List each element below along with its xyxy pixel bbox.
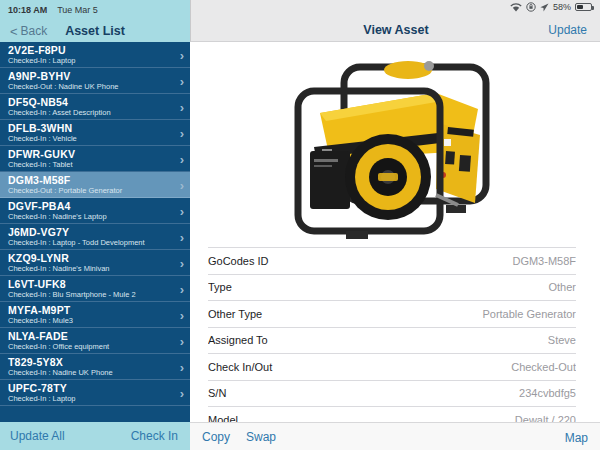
list-item[interactable]: DFLB-3WHN Checked-In : Vehicle ›	[0, 120, 190, 146]
chevron-right-icon: ›	[180, 281, 184, 296]
item-code: DGM3-M58F	[8, 175, 172, 186]
field-row-serial-number[interactable]: S/N 234cvbdfg5	[208, 381, 576, 408]
item-status: Checked-In : Nadine UK Phone	[8, 368, 172, 377]
field-row-assigned-to[interactable]: Assigned To Steve	[208, 328, 576, 355]
item-code: T829-5Y8X	[8, 357, 172, 368]
field-label: Other Type	[208, 308, 262, 320]
update-all-button[interactable]: Update All	[10, 429, 65, 443]
field-row-gocodes-id[interactable]: GoCodes ID DGM3-M58F	[208, 248, 576, 275]
location-arrow-icon	[540, 3, 549, 12]
item-code: NLYA-FADE	[8, 331, 172, 342]
right-nav-bar: View Asset Update	[191, 18, 600, 42]
item-status: Checked-In : Office equipment	[8, 342, 172, 351]
item-status: Checked-In : Laptop - Todd Development	[8, 238, 172, 247]
list-item[interactable]: DFWR-GUKV Checked-In : Tablet ›	[0, 146, 190, 172]
item-status: Checked-In : Asset Description	[8, 108, 172, 117]
right-toolbar: Copy Swap Map	[190, 422, 600, 450]
item-code: J6MD-VG7Y	[8, 227, 172, 238]
generator-illustration	[286, 55, 504, 245]
item-code: DFWR-GUKV	[8, 149, 172, 160]
item-status: Checked-In : Nadine's Laptop	[8, 212, 172, 221]
chevron-right-icon: ›	[180, 203, 184, 218]
list-item[interactable]: NLYA-FADE Checked-In : Office equipment …	[0, 328, 190, 354]
list-item[interactable]: DGVF-PBA4 Checked-In : Nadine's Laptop ›	[0, 198, 190, 224]
list-item[interactable]: L6VT-UFK8 Checked-In : Blu Smartphone - …	[0, 276, 190, 302]
field-value: 234cvbdfg5	[519, 387, 576, 399]
item-status: Checked-Out : Portable Generator	[8, 186, 172, 195]
field-label: Check In/Out	[208, 361, 272, 373]
battery-icon	[575, 3, 592, 11]
back-button[interactable]: < Back	[10, 24, 47, 38]
item-code: 2V2E-F8PU	[8, 45, 172, 56]
field-row-check-in-out[interactable]: Check In/Out Checked-Out	[208, 354, 576, 381]
right-header: 58% View Asset Update	[190, 0, 600, 42]
item-status: Checked-In : Laptop	[8, 56, 172, 65]
status-bar-right: 58%	[510, 2, 592, 12]
chevron-right-icon: ›	[180, 307, 184, 322]
chevron-right-icon: ›	[180, 125, 184, 140]
asset-list: 2V2E-F8PU Checked-In : Laptop › A9NP-BYH…	[0, 42, 190, 422]
list-item[interactable]: A9NP-BYHV Checked-Out : Nadine UK Phone …	[0, 68, 190, 94]
item-code: A9NP-BYHV	[8, 71, 172, 82]
field-row-type[interactable]: Type Other	[208, 275, 576, 302]
field-label: Assigned To	[208, 334, 268, 346]
chevron-right-icon: ›	[180, 73, 184, 88]
item-code: KZQ9-LYNR	[8, 253, 172, 264]
view-asset-panel: 58% View Asset Update	[190, 0, 600, 450]
orientation-lock-icon	[526, 2, 536, 12]
field-label: GoCodes ID	[208, 255, 269, 267]
chevron-right-icon: ›	[180, 177, 184, 192]
chevron-right-icon: ›	[180, 99, 184, 114]
item-status: Checked-Out : Nadine UK Phone	[8, 82, 172, 91]
map-button[interactable]: Map	[565, 431, 588, 445]
back-button-label: Back	[21, 24, 48, 38]
wifi-icon	[510, 3, 522, 12]
copy-button[interactable]: Copy	[202, 430, 230, 444]
update-button[interactable]: Update	[548, 23, 587, 37]
left-nav-bar: < Back Asset List	[0, 20, 190, 42]
field-value: Checked-Out	[511, 361, 576, 373]
back-chevron-icon: <	[10, 25, 18, 38]
chevron-right-icon: ›	[180, 255, 184, 270]
asset-list-panel: 10:18 AM Tue Mar 5 < Back Asset List 2V2…	[0, 0, 190, 450]
view-asset-title: View Asset	[191, 23, 600, 37]
check-in-button[interactable]: Check In	[131, 429, 178, 443]
field-row-other-type[interactable]: Other Type Portable Generator	[208, 301, 576, 328]
item-status: Checked-In : Nadine's Minivan	[8, 264, 172, 273]
list-item[interactable]: 2V2E-F8PU Checked-In : Laptop ›	[0, 42, 190, 68]
left-toolbar: Update All Check In	[0, 422, 190, 450]
chevron-right-icon: ›	[180, 385, 184, 400]
app-screen: 10:18 AM Tue Mar 5 < Back Asset List 2V2…	[0, 0, 600, 450]
item-code: MYFA-M9PT	[8, 305, 172, 316]
item-code: L6VT-UFK8	[8, 279, 172, 290]
field-label: S/N	[208, 387, 226, 399]
chevron-right-icon: ›	[180, 47, 184, 62]
item-status: Checked-In : Vehicle	[8, 134, 172, 143]
list-item[interactable]: KZQ9-LYNR Checked-In : Nadine's Minivan …	[0, 250, 190, 276]
item-status: Checked-In : Blu Smartphone - Mule 2	[8, 290, 172, 299]
item-code: UPFC-78TY	[8, 383, 172, 394]
field-value: Portable Generator	[482, 308, 576, 320]
item-code: DF5Q-NB54	[8, 97, 172, 108]
chevron-right-icon: ›	[180, 151, 184, 166]
item-code: DGVF-PBA4	[8, 201, 172, 212]
status-bar-left: 10:18 AM Tue Mar 5	[0, 0, 190, 20]
status-date: Tue Mar 5	[57, 5, 98, 15]
asset-photo	[286, 55, 504, 245]
swap-button[interactable]: Swap	[246, 430, 276, 444]
field-value: Other	[548, 281, 576, 293]
field-value: Steve	[548, 334, 576, 346]
list-item[interactable]: T829-5Y8X Checked-In : Nadine UK Phone ›	[0, 354, 190, 380]
list-item[interactable]: MYFA-M9PT Checked-In : Mule3 ›	[0, 302, 190, 328]
battery-percent: 58%	[553, 2, 571, 12]
list-item[interactable]: UPFC-78TY Checked-In : Laptop ›	[0, 380, 190, 406]
asset-fields: GoCodes ID DGM3-M58F Type Other Other Ty…	[208, 247, 576, 450]
chevron-right-icon: ›	[180, 333, 184, 348]
list-item[interactable]: J6MD-VG7Y Checked-In : Laptop - Todd Dev…	[0, 224, 190, 250]
item-status: Checked-In : Tablet	[8, 160, 172, 169]
list-item-selected[interactable]: DGM3-M58F Checked-Out : Portable Generat…	[0, 172, 190, 198]
list-item[interactable]: DF5Q-NB54 Checked-In : Asset Description…	[0, 94, 190, 120]
field-label: Type	[208, 281, 232, 293]
item-status: Checked-In : Mule3	[8, 316, 172, 325]
item-code: DFLB-3WHN	[8, 123, 172, 134]
